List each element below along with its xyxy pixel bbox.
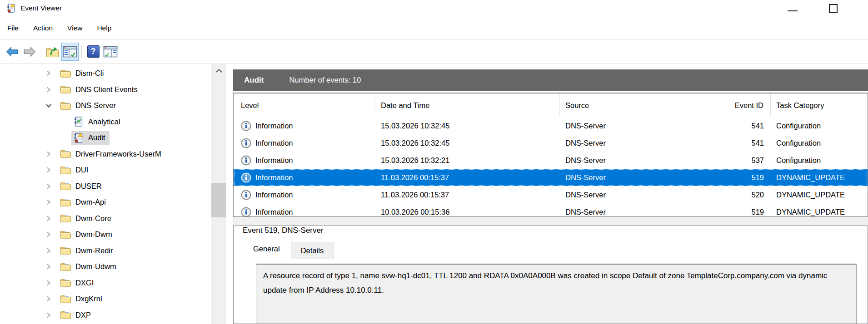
chevron-icon[interactable]: [45, 247, 59, 254]
chevron-icon[interactable]: [45, 295, 59, 302]
tree-item-label: DxgKrnl: [75, 295, 102, 303]
information-icon: [241, 155, 251, 166]
tree-item[interactable]: DXP: [0, 307, 227, 324]
show-hide-console-tree-button[interactable]: [61, 43, 79, 61]
events-table-header: Level Date and Time Source Event ID Task…: [234, 93, 868, 117]
tree-item[interactable]: Dwm-Dwm: [0, 226, 227, 243]
forward-button[interactable]: [21, 43, 38, 61]
event-task-category: DYNAMIC_UPDATE: [771, 173, 868, 182]
chevron-icon[interactable]: [45, 167, 59, 173]
tree-item-label: Audit: [88, 133, 105, 142]
chevron-icon[interactable]: [45, 183, 59, 190]
horizontal-splitter[interactable]: [233, 217, 868, 226]
preview-tab[interactable]: General: [242, 239, 291, 259]
show-hide-console-tree-icon: [63, 45, 77, 58]
event-row[interactable]: Information 15.03.2026 10:32:45 DNS-Serv…: [234, 134, 868, 152]
console-tree: Dism-Cli: [0, 64, 227, 323]
column-header-level[interactable]: Level: [234, 93, 375, 117]
chevron-icon[interactable]: [45, 312, 59, 319]
chevron-icon[interactable]: [45, 263, 59, 270]
menu-action[interactable]: Action: [32, 22, 54, 34]
chevron-icon[interactable]: [45, 86, 59, 93]
tree-item[interactable]: Dwm-Redir: [0, 243, 227, 259]
events-table-body: Information 15.03.2026 10:32:45 DNS-Serv…: [234, 117, 868, 217]
event-row[interactable]: Information 15.03.2026 10:32:45 DNS-Serv…: [234, 117, 868, 134]
preview-pane-title: Event 519, DNS-Server: [234, 226, 868, 235]
tree-item-label: Dwm-Dwm: [75, 230, 112, 239]
column-header-date-and-time[interactable]: Date and Time: [375, 93, 560, 117]
tree-item[interactable]: Audit: [0, 130, 227, 146]
event-level: Information: [255, 122, 293, 130]
main-panel: Audit Number of events: 10 Level Date an…: [233, 64, 868, 324]
log-name: Audit: [244, 76, 264, 85]
tree-item[interactable]: DxgKrnl: [0, 291, 227, 307]
tree-item[interactable]: Analytical: [0, 114, 227, 130]
tree-item[interactable]: Dwm-Udwm: [0, 259, 227, 275]
tree-item-label: Dwm-Core: [75, 214, 111, 223]
tree-item[interactable]: Dwm-Api: [0, 194, 227, 211]
information-icon: [241, 190, 251, 200]
event-row[interactable]: Information 11.03.2026 00:15:37 DNS-Serv…: [234, 186, 868, 203]
tree-item[interactable]: DNS Client Events: [0, 82, 227, 98]
event-level-cell: Information: [234, 138, 375, 148]
minimize-button[interactable]: [788, 10, 798, 11]
show-hide-action-pane-button[interactable]: [102, 43, 119, 61]
scrollbar-thumb[interactable]: [211, 183, 226, 217]
event-preview-pane: Event 519, DNS-Server General Details A …: [233, 226, 868, 324]
maximize-button[interactable]: [829, 4, 838, 13]
preview-tab[interactable]: Details: [291, 242, 334, 259]
events-count: Number of events: 10: [289, 76, 361, 84]
event-level-cell: Information: [234, 207, 375, 217]
event-datetime: 11.03.2026 00:15:37: [375, 173, 560, 182]
chevron-icon[interactable]: [45, 215, 59, 222]
event-datetime: 15.03.2026 10:32:45: [375, 122, 560, 130]
chevron-icon[interactable]: [45, 102, 59, 109]
tree-item[interactable]: DUSER: [0, 178, 227, 195]
event-source: DNS-Server: [560, 173, 665, 182]
tree-item[interactable]: Dwm-Core: [0, 211, 227, 227]
event-level-cell: Information: [234, 190, 375, 200]
event-id: 519: [665, 173, 771, 182]
tree-item[interactable]: DNS-Server: [0, 98, 227, 114]
event-viewer-app-icon: [6, 3, 16, 13]
menu-help[interactable]: Help: [96, 22, 112, 34]
column-header-event-id[interactable]: Event ID: [665, 93, 771, 117]
menu-view[interactable]: View: [66, 22, 83, 34]
event-id: 520: [665, 191, 771, 199]
column-header-source[interactable]: Source: [560, 93, 665, 117]
event-datetime: 15.03.2026 10:32:45: [375, 139, 560, 147]
tree-item[interactable]: DXGI: [0, 275, 227, 291]
chevron-icon[interactable]: [45, 70, 59, 77]
back-button[interactable]: [4, 43, 21, 61]
event-level-cell: Information: [234, 172, 375, 183]
tree-scrollbar[interactable]: [211, 64, 226, 324]
event-task-category: Configuration: [771, 156, 868, 165]
information-icon: [241, 121, 251, 131]
event-id: 541: [665, 139, 771, 147]
tree-item-icon: [73, 133, 84, 143]
event-source: DNS-Server: [560, 156, 665, 165]
event-task-category: Configuration: [771, 122, 868, 130]
open-saved-log-button[interactable]: [44, 43, 61, 61]
help-button[interactable]: ?: [85, 43, 102, 61]
column-header-task-category[interactable]: Task Category: [771, 93, 868, 117]
chevron-icon[interactable]: [45, 151, 59, 157]
tree-item-icon: [60, 309, 71, 320]
event-row[interactable]: Information 11.03.2026 00:15:37 DNS-Serv…: [234, 169, 868, 186]
window-title: Event Viewer: [20, 4, 62, 12]
chevron-icon[interactable]: [45, 199, 59, 206]
event-row[interactable]: Information 10.03.2026 00:15:36 DNS-Serv…: [234, 203, 868, 217]
event-source: DNS-Server: [560, 139, 665, 147]
menu-file[interactable]: File: [6, 22, 20, 34]
event-row[interactable]: Information 15.03.2026 10:32:21 DNS-Serv…: [234, 152, 868, 169]
event-description-box[interactable]: A resource record of type 1, name svw-hq…: [256, 264, 857, 324]
content-area: Dism-Cli: [0, 64, 868, 324]
event-task-category: DYNAMIC_UPDATE: [771, 208, 868, 216]
chevron-icon[interactable]: [45, 280, 59, 286]
chevron-icon[interactable]: [45, 231, 59, 238]
tree-item[interactable]: DriverFrameworks-UserM: [0, 146, 227, 162]
tree-item[interactable]: DUI: [0, 162, 227, 178]
scrollbar-up-button[interactable]: [211, 64, 226, 78]
tree-item[interactable]: Dism-Cli: [0, 65, 227, 82]
event-id: 519: [665, 208, 771, 216]
